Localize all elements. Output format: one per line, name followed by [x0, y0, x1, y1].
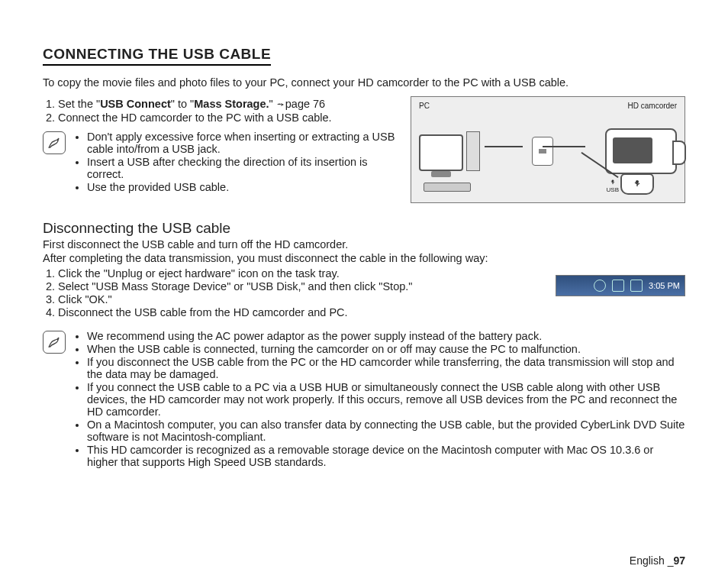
step-item: Connect the HD camcorder to the PC with …: [58, 112, 398, 124]
disconnect-para: After completing the data transmission, …: [43, 252, 685, 264]
note-icon: [43, 131, 66, 154]
manual-page: CONNECTING THE USB CABLE To copy the mov…: [0, 0, 728, 469]
disconnect-notes: We recommend using the AC power adaptor …: [73, 329, 685, 469]
note-block: Don't apply excessive force when inserti…: [43, 130, 398, 194]
step-item: Disconnect the USB cable from the HD cam…: [58, 306, 540, 318]
tray-clock: 3:05 PM: [649, 281, 680, 290]
pc-illustration: [419, 131, 480, 171]
tray-icon: [594, 280, 606, 292]
note-item: If you disconnect the USB cable from the…: [87, 356, 685, 380]
connection-diagram: PC HD camcorder USB: [411, 96, 685, 203]
step-text: Set the ": [58, 98, 100, 110]
note-block: We recommend using the AC power adaptor …: [43, 329, 685, 469]
footer-language: English: [630, 554, 668, 567]
subsection-heading: Disconnecting the USB cable: [43, 220, 685, 237]
system-tray-screenshot: 3:05 PM: [556, 275, 685, 296]
tray-icon: [630, 280, 643, 292]
disconnect-para: First disconnect the USB cable and turn …: [43, 238, 685, 250]
note-item: We recommend using the AC power adaptor …: [87, 330, 685, 342]
note-item: If you connect the USB cable to a PC via…: [87, 381, 685, 418]
note-item: Use the provided USB cable.: [87, 181, 398, 193]
step-bold: USB Connect: [100, 98, 171, 110]
camcorder-illustration: [605, 128, 677, 174]
page-ref-arrow-icon: [276, 99, 285, 111]
diagram-pc-label: PC: [419, 102, 430, 110]
connect-block: Set the "USB Connect" to "Mass Storage."…: [43, 96, 685, 203]
note-item: Don't apply excessive force when inserti…: [87, 131, 398, 155]
page-footer: English _97: [630, 554, 685, 567]
note-item: Insert a USB after checking the directio…: [87, 156, 398, 180]
intro-text: To copy the movie files and photo files …: [43, 76, 685, 89]
usb-port-illustration: [620, 173, 654, 195]
disconnect-steps: Click the "Unplug or eject hardware" ico…: [43, 267, 540, 318]
usb-hub-illustration: [532, 137, 553, 166]
connect-notes: Don't apply excessive force when inserti…: [73, 130, 398, 194]
keyboard-illustration: [424, 183, 471, 192]
step-item: Click "OK.": [58, 293, 540, 305]
note-item: This HD camcorder is recognized as a rem…: [87, 444, 685, 468]
step-item: Set the "USB Connect" to "Mass Storage."…: [58, 98, 398, 111]
usb-label: USB: [607, 179, 619, 193]
page-number: 97: [673, 554, 685, 567]
note-item: On a Macintosh computer, you can also tr…: [87, 419, 685, 443]
diagram-camcorder-label: HD camcorder: [628, 102, 677, 110]
connect-steps: Set the "USB Connect" to "Mass Storage."…: [43, 98, 398, 124]
note-item: When the USB cable is connected, turning…: [87, 343, 685, 355]
step-text: " to ": [171, 98, 194, 110]
usb-label-text: USB: [607, 186, 619, 193]
step-item: Click the "Unplug or eject hardware" ico…: [58, 267, 540, 280]
tray-icon: [612, 280, 624, 292]
page-ref: page 76: [285, 98, 325, 110]
note-icon: [43, 331, 66, 354]
section-heading: CONNECTING THE USB CABLE: [43, 46, 271, 66]
step-bold: Mass Storage.: [194, 98, 269, 110]
step-text: ": [269, 98, 276, 110]
step-item: Select "USB Mass Storage Device" or "USB…: [58, 280, 540, 292]
